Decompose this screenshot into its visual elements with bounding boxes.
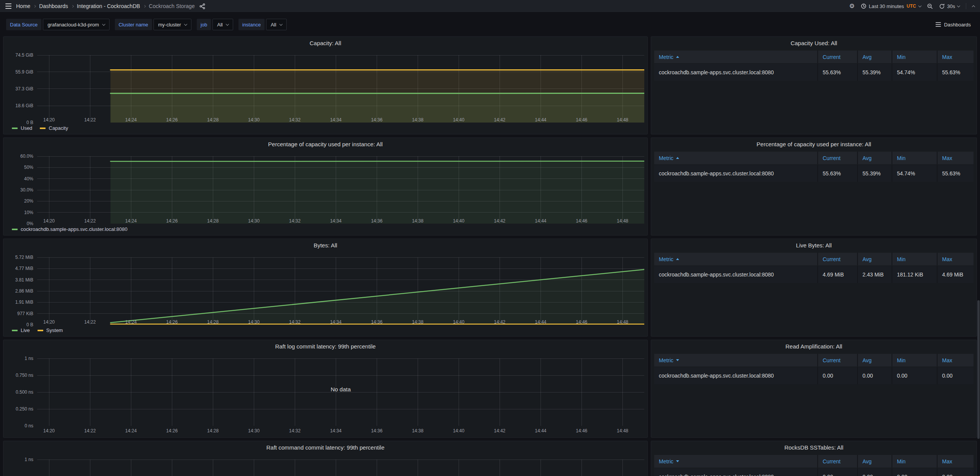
instance-dropdown[interactable]: All [266,19,286,30]
panel-title[interactable]: RocksDB SSTables: All [654,443,973,452]
column-header-max[interactable]: Max [937,51,973,63]
x-axis-label: 14:32 [289,319,301,325]
cell-metric: cockroachdb.sample-apps.svc.cluster.loca… [654,367,817,384]
chart-legend: LiveSystem [7,326,644,333]
zoom-out-icon[interactable] [927,3,933,9]
capacity-percentage-chart[interactable]: 60.0%50%40%30.0%20%10%0% 14:2014:2214:24… [7,150,644,224]
x-axis-label: 14:34 [330,319,341,325]
cluster-name-dropdown[interactable]: my-cluster [154,19,191,30]
filter-job: job All [197,19,233,30]
time-range-picker[interactable]: Last 30 minutes UTC [861,3,921,9]
column-header-avg[interactable]: Avg [857,152,892,164]
column-header-metric[interactable]: Metric [654,51,817,63]
panel-title[interactable]: Percentage of capacity used per instance… [7,140,644,149]
scrollbar-thumb[interactable] [977,300,980,439]
cell-metric: cockroachdb.sample-apps.svc.cluster.loca… [654,266,817,283]
column-header-min[interactable]: Min [892,253,937,265]
x-axis-label: 14:30 [248,218,260,224]
panel-title[interactable]: Live Bytes: All [654,241,973,250]
y-axis-label: 0 B [26,120,33,125]
column-header-min[interactable]: Min [892,152,937,164]
x-axis-label: 14:22 [84,319,96,325]
panel-title[interactable]: Read Amplification: All [654,342,973,351]
column-header-max[interactable]: Max [937,354,973,366]
refresh-controls: 30s [939,3,960,9]
column-header-metric[interactable]: Metric [654,455,817,468]
y-axis-label: 10% [24,210,33,215]
dashboard-panel-grid: Capacity: All 74.5 GiB55.9 GiB37.3 GiB18… [0,36,980,476]
cell-metric: cockroachdb.sample-apps.svc.cluster.loca… [654,165,817,182]
column-header-avg[interactable]: Avg [857,51,892,63]
raft-log-latency-chart[interactable]: 1 ns0.750 ns0.500 ns0.250 ns0 ns No data… [7,352,644,434]
y-axis-label: 0% [27,221,33,226]
plot-area[interactable] [37,150,644,216]
sort-ascending-icon [676,56,679,58]
legend-item[interactable]: Capacity [40,123,68,131]
panel-title[interactable]: Bytes: All [7,241,644,250]
table-header-row: MetricCurrentAvgMinMax [654,51,973,63]
collapse-chevron-up-icon[interactable] [972,5,975,8]
cell-value: 181.12 KiB [892,266,937,283]
panel-title[interactable]: Capacity Used: All [654,39,973,47]
no-data-label: No data [331,386,351,393]
chevron-down-icon[interactable] [957,4,960,7]
column-header-metric[interactable]: Metric [654,253,817,265]
column-header-current[interactable]: Current [817,455,857,468]
column-header-current[interactable]: Current [817,253,857,265]
plot-area[interactable] [37,49,644,115]
bytes-chart[interactable]: 5.72 MiB4.77 MiB3.81 MiB2.86 MiB1.91 MiB… [7,251,644,326]
column-header-current[interactable]: Current [817,354,857,366]
column-header-max[interactable]: Max [937,455,973,468]
x-axis-label: 14:48 [617,218,628,224]
column-header-max[interactable]: Max [937,253,973,265]
y-axis-label: 37.3 GiB [15,86,33,92]
column-header-min[interactable]: Min [892,455,937,468]
plot-area[interactable] [37,251,644,317]
data-source-dropdown[interactable]: grafanacloud-k3d-prom [43,19,109,30]
column-header-avg[interactable]: Avg [857,455,892,468]
breadcrumb-integration[interactable]: Integration - CockroachDB [77,3,140,9]
refresh-icon[interactable] [939,3,945,9]
share-icon[interactable] [199,3,205,9]
menu-icon[interactable] [5,3,11,9]
capacity-chart[interactable]: 74.5 GiB55.9 GiB37.3 GiB18.6 GiB0 B 14:2… [7,49,644,123]
plot-area[interactable]: No data [37,352,644,426]
x-axis-label: 14:22 [84,428,96,433]
x-axis-label: 14:30 [248,117,260,123]
legend-swatch [40,128,46,129]
panel-title[interactable]: Raft log commit latency: 99th percentile [7,342,644,351]
column-header-min[interactable]: Min [892,51,937,63]
cell-value: 0.00 [817,367,857,384]
breadcrumb-dashboards[interactable]: Dashboards [39,3,68,9]
column-header-avg[interactable]: Avg [857,354,892,366]
x-axis-label: 14:42 [494,117,505,123]
gear-icon[interactable]: ⚙ [849,3,854,9]
x-axis-label: 14:38 [412,218,423,224]
raft-command-latency-chart[interactable]: 1 ns 14:2014:2214:2414:2614:2814:3014:32… [7,453,644,476]
job-dropdown[interactable]: All [212,19,233,30]
chevron-down-icon [184,22,187,25]
column-header-current[interactable]: Current [817,51,857,63]
refresh-interval-label[interactable]: 30s [947,3,955,9]
panel-title[interactable]: Raft command commit latency: 99th percen… [7,443,644,452]
column-header-max[interactable]: Max [937,152,973,164]
column-header-current[interactable]: Current [817,152,857,164]
x-axis-label: 14:46 [576,319,587,325]
panel-title[interactable]: Percentage of capacity used per instance… [654,140,973,149]
x-axis-label: 14:34 [330,117,341,123]
y-axis-label: 2.86 MiB [15,288,33,294]
column-header-avg[interactable]: Avg [857,253,892,265]
panel-live-bytes-table: Live Bytes: All MetricCurrentAvgMinMaxco… [651,239,977,337]
cell-value: 0.00 [857,367,892,384]
panel-title[interactable]: Capacity: All [7,39,644,47]
column-header-metric[interactable]: Metric [654,152,817,164]
x-axis-label: 14:42 [494,428,505,433]
x-axis-label: 14:38 [412,117,423,123]
column-header-min[interactable]: Min [892,354,937,366]
dashboards-button[interactable]: Dashboards [933,20,974,29]
breadcrumb-home[interactable]: Home [16,3,30,9]
legend-item[interactable]: System [38,326,63,333]
plot-area[interactable] [37,453,644,476]
panel-capacity-percentage: Percentage of capacity used per instance… [3,137,648,236]
column-header-metric[interactable]: Metric [654,354,817,366]
